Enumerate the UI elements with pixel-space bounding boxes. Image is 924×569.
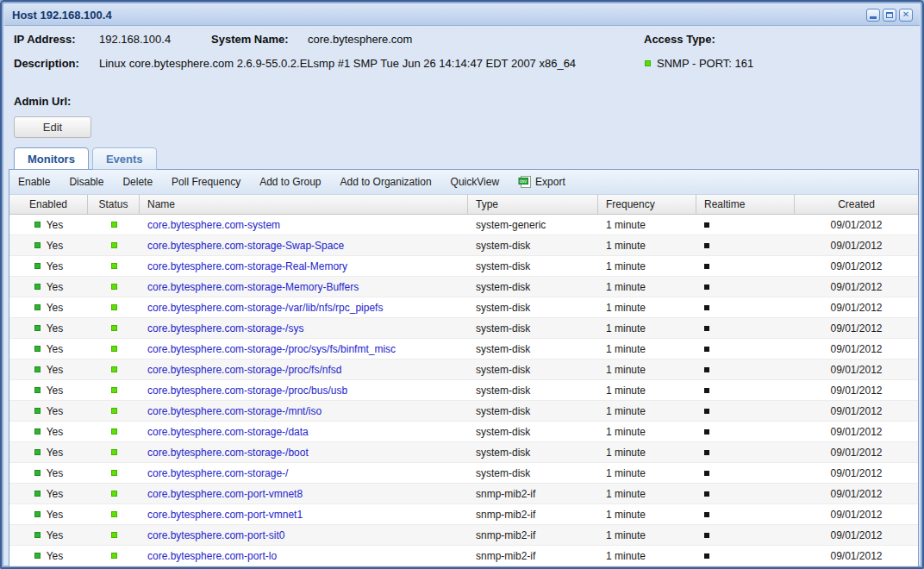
table-row[interactable]: Yes core.bytesphere.com-storage-/data sy… [9,422,918,442]
table-row[interactable]: Yes core.bytesphere.com-system system-ge… [9,215,918,235]
monitor-name-link[interactable]: core.bytesphere.com-storage-Memory-Buffe… [147,281,359,293]
enabled-cell: Yes [9,339,88,359]
toolbar-button[interactable]: Delete [122,176,153,188]
monitor-name-link[interactable]: core.bytesphere.com-storage-/sys [147,322,303,335]
enabled-green-icon [34,263,41,269]
table-row[interactable]: Yes core.bytesphere.com-storage-/proc/bu… [9,380,918,401]
access-type-value: SNMP - PORT: 161 [657,57,753,70]
monitor-name-link[interactable]: core.bytesphere.com-storage-/mnt/iso [147,405,322,417]
toolbar-button[interactable]: Add to Group [259,176,321,188]
column-header-frequency[interactable]: Frequency [598,195,696,214]
status-cell [88,297,140,317]
type-cell: system-disk [468,422,598,441]
monitor-name-link[interactable]: core.bytesphere.com-storage-/boot [147,447,309,459]
frequency-cell: 1 minute [598,422,696,441]
column-header-realtime[interactable]: Realtime [696,195,795,214]
table-row[interactable]: Yes core.bytesphere.com-storage-/mnt/iso… [9,401,918,422]
created-cell: 09/01/2012 [795,277,918,297]
monitor-name-link[interactable]: core.bytesphere.com-port-vmnet1 [147,509,303,521]
window-controls: ✕ [866,9,920,22]
enabled-green-icon [34,511,41,517]
monitor-name-link[interactable]: core.bytesphere.com-port-lo [147,550,277,562]
monitor-name-link[interactable]: core.bytesphere.com-storage-/data [147,426,309,438]
monitor-name-link[interactable]: core.bytesphere.com-port-sit0 [147,529,284,541]
created-cell: 09/01/2012 [795,525,918,545]
monitor-name-link[interactable]: core.bytesphere.com-storage-Real-Memory [147,260,347,272]
table-row[interactable]: Yes core.bytesphere.com-storage-Real-Mem… [9,256,918,277]
monitor-name-link[interactable]: core.bytesphere.com-storage-/proc/fs/nfs… [147,364,341,376]
edit-button[interactable]: Edit [14,116,91,138]
created-cell: 09/01/2012 [795,318,918,338]
table-row[interactable]: Yes core.bytesphere.com-port-vmnet8 snmp… [9,484,918,504]
csv-file-icon: csv [518,175,532,189]
enabled-value: Yes [47,467,64,479]
monitor-name-link[interactable]: core.bytesphere.com-storage-/var/lib/nfs… [147,302,383,314]
monitor-name-link[interactable]: core.bytesphere.com-storage-/proc/bus/us… [147,385,347,397]
realtime-cell [696,277,795,297]
status-green-icon [111,470,117,476]
status-cell [88,463,140,483]
table-row[interactable]: Yes core.bytesphere.com-storage-/boot sy… [9,442,918,463]
monitor-name-link[interactable]: core.bytesphere.com-port-vmnet8 [147,488,303,500]
minimize-icon [870,16,877,19]
name-cell: core.bytesphere.com-port-sit0 [140,525,468,545]
toolbar-button[interactable]: Poll Frequency [172,176,240,188]
column-header-name[interactable]: Name [140,195,468,214]
created-cell: 09/01/2012 [795,463,918,483]
toolbar-button[interactable]: Disable [69,176,103,188]
table-row[interactable]: Yes core.bytesphere.com-port-lo snmp-mib… [9,546,918,566]
realtime-cell [696,463,795,483]
enabled-cell: Yes [9,297,88,317]
toolbar-button[interactable]: Enable [18,176,50,188]
name-cell: core.bytesphere.com-storage-Real-Memory [140,256,468,276]
status-cell [88,504,140,524]
close-icon: ✕ [902,10,909,19]
toolbar-button[interactable]: QuickView [451,176,499,188]
column-header-type[interactable]: Type [468,195,598,214]
type-cell: system-disk [468,360,598,379]
monitor-name-link[interactable]: core.bytesphere.com-storage-/proc/sys/fs… [147,343,396,355]
table-row[interactable]: Yes core.bytesphere.com-storage-/sys sys… [9,318,918,339]
frequency-cell: 1 minute [598,256,696,276]
table-row[interactable]: Yes core.bytesphere.com-port-sit0 snmp-m… [9,525,918,546]
name-cell: core.bytesphere.com-storage-Swap-Space [140,235,468,255]
realtime-square-icon [704,264,709,269]
table-row[interactable]: Yes core.bytesphere.com-storage-/ system… [9,463,918,484]
export-button[interactable]: csvExport [518,175,565,189]
column-header-created[interactable]: Created [795,195,918,214]
maximize-button[interactable] [883,9,896,22]
toolbar-button[interactable]: Add to Organization [340,176,432,188]
enabled-value: Yes [47,426,64,438]
monitor-name-link[interactable]: core.bytesphere.com-storage-Swap-Space [147,240,344,252]
window-titlebar[interactable]: Host 192.168.100.4 ✕ [4,4,920,26]
enabled-value: Yes [47,302,64,314]
created-cell: 09/01/2012 [795,504,918,524]
minimize-button[interactable] [866,9,880,22]
column-header-status[interactable]: Status [88,195,140,214]
name-cell: core.bytesphere.com-storage-/boot [140,442,468,462]
table-row[interactable]: Yes core.bytesphere.com-storage-/var/lib… [9,297,918,318]
column-header-enabled[interactable]: Enabled [9,195,88,214]
enabled-cell: Yes [9,215,88,234]
created-cell: 09/01/2012 [795,401,918,421]
status-green-icon [111,428,117,435]
monitor-name-link[interactable]: core.bytesphere.com-storage-/ [147,467,288,479]
tab-events[interactable]: Events [92,147,157,170]
monitors-panel: Enable Disable Delete Poll Frequency Add… [9,169,919,567]
table-row[interactable]: Yes core.bytesphere.com-storage-Swap-Spa… [9,235,918,256]
realtime-square-icon [704,471,709,476]
type-cell: system-disk [468,380,598,400]
frequency-cell: 1 minute [598,546,696,566]
created-cell: 09/01/2012 [795,215,918,234]
table-row[interactable]: Yes core.bytesphere.com-storage-Memory-B… [9,277,918,297]
tab-monitors[interactable]: Monitors [14,147,89,170]
frequency-cell: 1 minute [598,463,696,483]
close-button[interactable]: ✕ [899,9,913,22]
monitor-name-link[interactable]: core.bytesphere.com-system [147,219,280,231]
table-row[interactable]: Yes core.bytesphere.com-storage-/proc/sy… [9,339,918,360]
table-row[interactable]: Yes core.bytesphere.com-port-vmnet1 snmp… [9,504,918,525]
table-row[interactable]: Yes core.bytesphere.com-storage-/proc/fs… [9,360,918,380]
status-green-icon [111,263,117,269]
status-green-icon [111,449,117,455]
description-label: Description: [14,57,79,70]
